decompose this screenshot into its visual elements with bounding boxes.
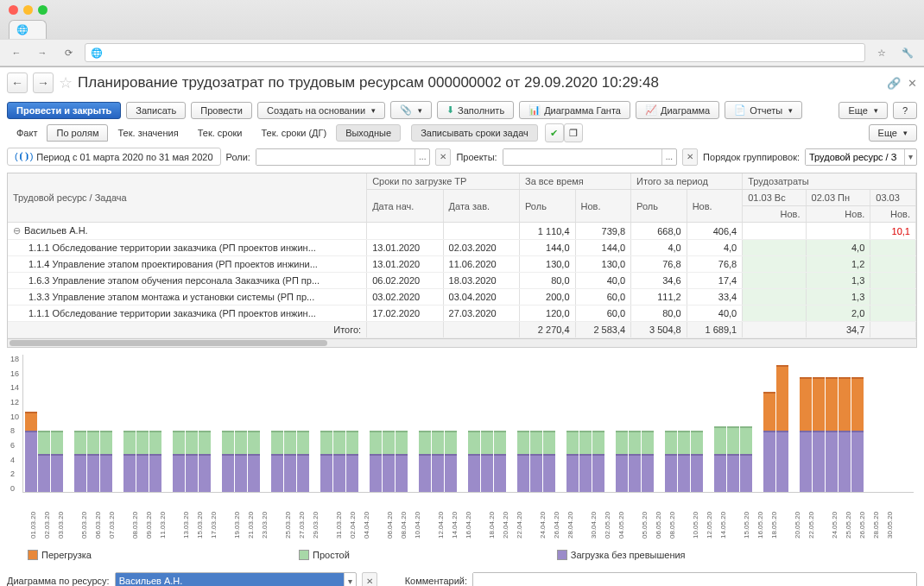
col-date-start[interactable]: Дата нач. — [367, 190, 443, 223]
reload-icon[interactable]: ⟳ — [59, 43, 78, 62]
resource-combo[interactable]: ▾ — [115, 572, 357, 586]
table-row[interactable]: 1.3.3 Управление этапом монтажа и устано… — [8, 289, 916, 306]
bar — [25, 412, 37, 492]
tab-by-roles[interactable]: По ролям — [47, 124, 108, 142]
arrow-down-icon: ⬇ — [446, 104, 454, 116]
close-icon[interactable]: ✕ — [908, 77, 917, 90]
back-browser-icon[interactable]: ← — [7, 43, 26, 62]
col-new1[interactable]: Нов. — [575, 190, 631, 223]
tab-fact[interactable]: Факт — [7, 124, 47, 142]
browser-tab[interactable]: 🌐 — [9, 20, 47, 39]
bar — [370, 431, 382, 492]
x-tick: 06.03.20 — [94, 512, 106, 545]
submit-button[interactable]: Провести — [191, 102, 252, 119]
col-role2[interactable]: Роль — [631, 190, 687, 223]
cell: 80,0 — [631, 306, 687, 322]
scroll-thumb[interactable] — [9, 340, 327, 346]
attach-button[interactable]: 📎 — [390, 101, 432, 119]
check-icon-button[interactable]: ✔ — [545, 123, 564, 142]
col-d2[interactable]: 02.03 Пн — [806, 190, 870, 206]
col-labor: Трудозатраты — [743, 173, 916, 190]
ellipsis-icon[interactable]: ... — [661, 149, 676, 165]
chart-icon: 📈 — [645, 104, 657, 116]
x-tick: 08.05.20 — [668, 512, 680, 545]
horizontal-scrollbar[interactable] — [8, 338, 916, 347]
col-date-end[interactable]: Дата зав. — [443, 190, 519, 223]
x-tick: 25.05.20 — [845, 512, 857, 545]
maximize-window-icon[interactable] — [38, 5, 47, 15]
chevron-down-icon[interactable]: ▾ — [904, 149, 916, 165]
table-row[interactable]: 1.1.4 Управление этапом проектирования (… — [8, 256, 916, 273]
close-window-icon[interactable] — [9, 5, 18, 15]
ellipsis-icon[interactable]: ... — [415, 149, 429, 165]
x-tick: 14.04.20 — [451, 512, 463, 545]
cell: 1,3 — [806, 273, 870, 289]
clear-roles-button[interactable]: ✕ — [435, 148, 451, 166]
projects-combo[interactable]: ... — [503, 148, 677, 166]
x-tick: 23.03.20 — [261, 512, 273, 545]
collapse-icon[interactable]: ⊖ — [13, 225, 24, 236]
tab-cur-dates-dg[interactable]: Тек. сроки (ДГ) — [252, 124, 337, 142]
fill-button[interactable]: ⬇Заполнить — [437, 101, 514, 119]
col-resource[interactable]: Трудовой ресурс / Задача — [8, 173, 367, 223]
minimize-window-icon[interactable] — [23, 5, 33, 15]
x-tick: 30.05.20 — [886, 512, 898, 545]
forward-browser-icon[interactable]: → — [33, 43, 52, 62]
create-based-button[interactable]: Создать на основании — [257, 102, 385, 119]
tab-write-task-dates[interactable]: Записывать сроки задач — [411, 124, 538, 142]
tab-cur-dates[interactable]: Тек. сроки — [188, 124, 252, 142]
clear-projects-button[interactable]: ✕ — [682, 148, 698, 166]
swatch-normal — [557, 550, 567, 560]
x-tick: 15.05.20 — [743, 512, 755, 545]
copy-icon-button[interactable]: ❐ — [564, 123, 583, 142]
reports-button[interactable]: 📄Отчеты — [725, 101, 802, 119]
signal-icon: (⦗⦘) — [15, 151, 33, 162]
favorite-icon[interactable]: ☆ — [59, 73, 73, 92]
gantt-button[interactable]: 📊Диаграмма Ганта — [519, 101, 630, 119]
cell: 144,0 — [519, 240, 575, 256]
col-d3[interactable]: 03.03 — [870, 190, 916, 206]
bar — [248, 431, 260, 492]
table-row[interactable]: 1.6.3 Управление этапом обучения персона… — [8, 273, 916, 289]
x-tick: 12.05.20 — [706, 512, 718, 545]
tab-weekends[interactable]: Выходные — [336, 124, 401, 142]
wrench-icon[interactable]: 🔧 — [898, 43, 917, 62]
col-new2[interactable]: Нов. — [687, 190, 743, 223]
submit-close-button[interactable]: Провести и закрыть — [7, 102, 121, 119]
cell: 4,0 — [687, 240, 743, 256]
comment-input[interactable] — [472, 572, 917, 586]
roles-combo[interactable]: ... — [256, 148, 430, 166]
globe-icon: 🌐 — [91, 47, 103, 59]
task-name: 1.6.3 Управление этапом обучения персона… — [8, 273, 367, 289]
bar — [678, 431, 690, 492]
x-tick: 07.03.20 — [108, 512, 120, 545]
roles-label: Роли: — [226, 152, 250, 162]
diagram-button[interactable]: 📈Диаграмма — [636, 101, 719, 119]
clear-resource-button[interactable]: ✕ — [362, 572, 377, 586]
more-button[interactable]: Еще — [839, 102, 887, 119]
col-d1[interactable]: 01.03 Вс — [743, 190, 806, 206]
cell: 60,0 — [575, 306, 631, 322]
write-button[interactable]: Записать — [126, 102, 186, 119]
nav-forward-button[interactable]: → — [33, 72, 54, 93]
x-tick: 27.03.20 — [298, 512, 310, 545]
group-order-combo[interactable]: ▾ — [805, 148, 917, 166]
col-d2-new: Нов. — [806, 206, 870, 223]
chevron-down-icon[interactable]: ▾ — [344, 573, 356, 586]
period-filter[interactable]: (⦗⦘)Период с 01 марта 2020 по 31 мая 202… — [7, 148, 221, 166]
cell: 13.01.2020 — [367, 256, 443, 273]
col-role1[interactable]: Роль — [519, 190, 575, 223]
table-row[interactable]: 1.1.1 Обследование территории заказчика … — [8, 240, 916, 256]
bar — [38, 431, 50, 492]
x-tick: 19.03.20 — [233, 512, 245, 545]
tab-cur-values[interactable]: Тек. значения — [108, 124, 187, 142]
table-row[interactable]: 1.1.1 Обследование территории заказчика … — [8, 306, 916, 322]
help-button[interactable]: ? — [893, 102, 917, 119]
url-bar[interactable]: 🌐 — [85, 43, 865, 62]
bookmark-icon[interactable]: ☆ — [872, 43, 891, 62]
more-tabs-button[interactable]: Еще — [869, 124, 917, 142]
link-icon[interactable]: 🔗 — [887, 77, 901, 90]
nav-back-button[interactable]: ← — [7, 72, 28, 93]
bar — [826, 377, 838, 492]
resource-row[interactable]: ⊖Васильев А.Н. 1 110,4 739,8 668,0 406,4… — [8, 223, 916, 240]
